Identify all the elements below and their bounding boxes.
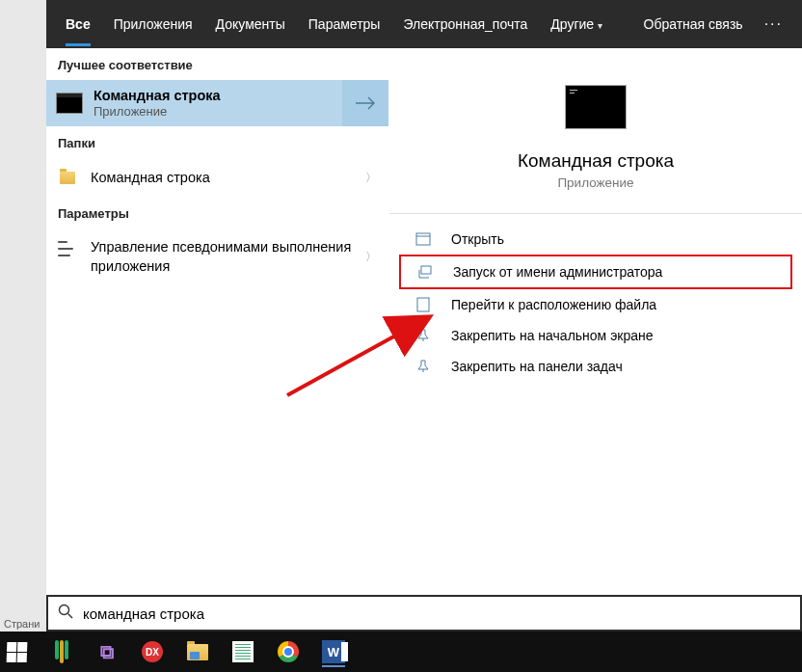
shield-icon: [414, 264, 436, 280]
open-icon: [413, 231, 434, 247]
taskbar-app-word[interactable]: W: [321, 639, 346, 664]
status-text: Страни: [0, 616, 43, 632]
section-settings: Параметры: [46, 197, 388, 228]
app-large-icon: [565, 85, 627, 129]
settings-list-icon: [58, 241, 77, 256]
chevron-down-icon: ▾: [598, 20, 602, 31]
app-icon: [56, 93, 83, 114]
result-best-match[interactable]: Командная строка Приложение: [46, 80, 388, 126]
tab-other[interactable]: Другие▾: [539, 3, 614, 45]
taskbar-app-chrome[interactable]: [276, 639, 301, 664]
tab-apps[interactable]: Приложения: [102, 3, 204, 45]
taskbar: ⧉ DX W: [0, 632, 802, 672]
taskbar-app-dx[interactable]: DX: [140, 639, 165, 664]
more-options-button[interactable]: ···: [753, 6, 794, 42]
search-input[interactable]: [83, 597, 800, 630]
taskbar-app-notepadpp[interactable]: [230, 639, 255, 664]
result-title: Командная строка: [94, 88, 342, 103]
search-box: [46, 595, 802, 632]
action-pin-start[interactable]: Закрепить на начальном экране: [399, 320, 792, 351]
pin-icon: [413, 328, 434, 343]
result-title: Управление псевдонимами выполнения прило…: [91, 238, 365, 276]
start-button[interactable]: [4, 639, 29, 664]
chevron-right-icon: 〉: [365, 170, 377, 186]
tab-all[interactable]: Все: [54, 3, 102, 45]
pin-icon: [413, 359, 434, 374]
action-open-file-location[interactable]: Перейти к расположению файла: [399, 289, 792, 320]
start-search-panel: Все Приложения Документы Параметры Элект…: [46, 0, 802, 632]
action-open[interactable]: Открыть: [399, 224, 792, 255]
tab-settings[interactable]: Параметры: [297, 3, 392, 45]
result-subtitle: Приложение: [94, 104, 342, 119]
section-best-match: Лучшее соответствие: [46, 48, 388, 80]
tab-documents[interactable]: Документы: [204, 3, 297, 45]
chevron-right-icon: 〉: [365, 249, 377, 265]
preview-subtitle: Приложение: [557, 175, 633, 190]
action-run-as-admin[interactable]: Запуск от имени администратора: [399, 255, 792, 289]
folder-icon: [58, 168, 77, 187]
preview-title: Командная строка: [518, 150, 674, 172]
result-folder[interactable]: Командная строка 〉: [46, 158, 388, 197]
svg-point-4: [60, 605, 69, 615]
search-icon: [48, 604, 83, 623]
expand-arrow-button[interactable]: [342, 80, 388, 126]
svg-rect-1: [421, 266, 431, 274]
svg-line-5: [68, 614, 73, 619]
feedback-link[interactable]: Обратная связь: [634, 3, 753, 45]
preview-pane: Командная строка Приложение Открыть Запу…: [388, 48, 802, 595]
search-tabs: Все Приложения Документы Параметры Элект…: [46, 0, 802, 48]
svg-rect-2: [417, 298, 429, 311]
folder-location-icon: [413, 297, 434, 312]
taskbar-app-visualstudio[interactable]: ⧉: [94, 639, 120, 664]
taskbar-app-explorer[interactable]: [185, 639, 210, 664]
result-title: Командная строка: [91, 170, 365, 185]
tab-email[interactable]: Электронная_почта: [391, 3, 539, 45]
svg-rect-0: [416, 233, 430, 245]
action-pin-taskbar[interactable]: Закрепить на панели задач: [399, 351, 792, 382]
result-setting[interactable]: Управление псевдонимами выполнения прило…: [46, 228, 388, 285]
taskbar-app-lol[interactable]: [49, 639, 74, 664]
section-folders: Папки: [46, 126, 388, 158]
results-pane: Лучшее соответствие Командная строка При…: [46, 48, 388, 595]
